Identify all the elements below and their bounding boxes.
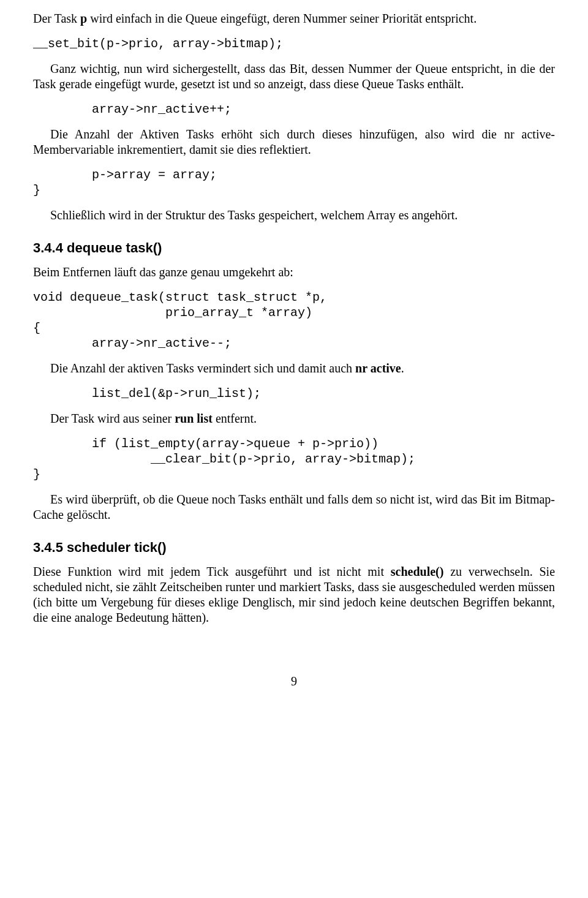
paragraph-9: Diese Funktion wird mit jedem Tick ausge…	[33, 564, 555, 625]
section-345-heading: 3.4.5 scheduler tick()	[33, 540, 555, 556]
paragraph-4: Schließlich wird in der Struktur des Tas…	[33, 208, 555, 223]
code-array-assign: p->array = array; }	[33, 167, 555, 198]
code-nr-active-inc: array->nr_active++;	[33, 102, 555, 117]
paragraph-1: Der Task p wird einfach in die Queue ein…	[33, 11, 555, 26]
page-number: 9	[33, 674, 555, 689]
text: Der Task wird aus seiner	[50, 412, 175, 425]
section-344-heading: 3.4.4 dequeue task()	[33, 240, 555, 256]
paragraph-6: Die Anzahl der aktiven Tasks vermindert …	[33, 361, 555, 376]
bold-p: p	[80, 12, 87, 25]
code-setbit: __set_bit(p->prio, array->bitmap);	[33, 36, 555, 51]
code-list-empty: if (list_empty(array->queue + p->prio)) …	[33, 436, 555, 482]
paragraph-8: Es wird überprüft, ob die Queue noch Tas…	[33, 492, 555, 523]
paragraph-5: Beim Entfernen läuft das ganze genau umg…	[33, 265, 555, 280]
paragraph-2: Ganz wichtig, nun wird sichergestellt, d…	[33, 61, 555, 92]
text: entfernt.	[213, 412, 257, 425]
text: .	[401, 361, 404, 375]
bold-run-list: run list	[175, 412, 213, 425]
text: Die Anzahl der aktiven Tasks vermindert …	[50, 361, 355, 375]
page-content: Der Task p wird einfach in die Queue ein…	[0, 0, 588, 713]
text: wird einfach in die Queue eingefügt, der…	[87, 12, 477, 25]
code-dequeue-sig: void dequeue_task(struct task_struct *p,…	[33, 290, 555, 351]
text: Diese Funktion wird mit jedem Tick ausge…	[33, 565, 391, 578]
paragraph-7: Der Task wird aus seiner run list entfer…	[33, 411, 555, 426]
bold-schedule: schedule()	[391, 565, 444, 578]
paragraph-3: Die Anzahl der Aktiven Tasks erhöht sich…	[33, 127, 555, 157]
code-list-del: list_del(&p->run_list);	[33, 386, 555, 401]
text: Der Task	[33, 12, 80, 25]
bold-nr-active: nr active	[355, 361, 401, 375]
